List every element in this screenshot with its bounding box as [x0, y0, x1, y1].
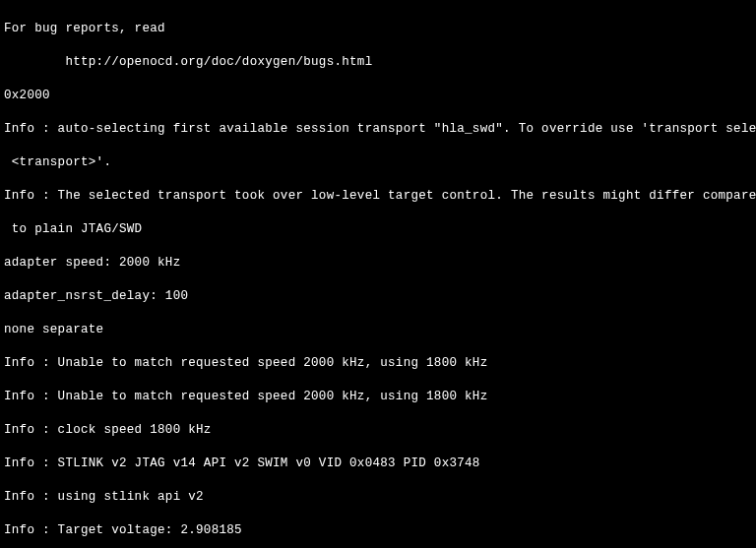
terminal-output[interactable]: For bug reports, read http://openocd.org…: [0, 0, 756, 548]
output-line: Info : STLINK v2 JTAG v14 API v2 SWIM v0…: [4, 456, 752, 472]
output-line: adapter speed: 2000 kHz: [4, 255, 752, 272]
output-line: http://openocd.org/doc/doxygen/bugs.html: [4, 54, 752, 71]
output-line: none separate: [4, 322, 752, 338]
output-line: <transport>'.: [4, 154, 752, 171]
output-line: Info : Target voltage: 2.908185: [4, 522, 752, 539]
output-line: Info : clock speed 1800 kHz: [4, 422, 752, 439]
output-line: Info : auto-selecting first available se…: [4, 121, 752, 138]
output-line: adapter_nsrst_delay: 100: [4, 288, 752, 305]
output-line: Info : The selected transport took over …: [4, 188, 752, 205]
output-line: to plain JTAG/SWD: [4, 221, 752, 238]
output-line: Info : using stlink api v2: [4, 489, 752, 506]
output-line: For bug reports, read: [4, 21, 752, 37]
output-line: Info : Unable to match requested speed 2…: [4, 389, 752, 405]
output-line: Info : Unable to match requested speed 2…: [4, 355, 752, 372]
output-line: 0x2000: [4, 88, 752, 104]
